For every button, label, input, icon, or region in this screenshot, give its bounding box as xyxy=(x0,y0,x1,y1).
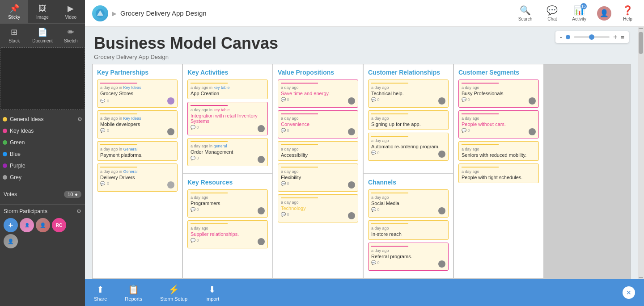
card-avatar xyxy=(167,97,174,105)
key-partnerships-cell: Key Partnerships a day ago in Key Ideas … xyxy=(93,64,182,278)
votes-section: Votes 10 ● xyxy=(0,187,85,204)
user-avatar[interactable]: 👤 xyxy=(597,6,611,21)
gear-icon[interactable]: ⚙ xyxy=(77,116,82,122)
zoom-control: - + ≡ xyxy=(555,31,629,43)
scroll-thumb[interactable] xyxy=(639,32,643,54)
storm-setup-button[interactable]: ⚡ Storm Setup xyxy=(160,284,187,302)
list-item: a day ago People with tight schedules. xyxy=(458,163,539,183)
key-ideas-dot xyxy=(3,129,7,133)
list-item: a day ago Save time and energy. 💬 0 xyxy=(278,80,358,108)
list-item: a day ago in general Order Management 💬 … xyxy=(187,138,268,166)
stack-tool[interactable]: ⊞ Stack xyxy=(0,24,28,47)
canvas-title: Business Model Canvas xyxy=(94,34,629,53)
zoom-slider[interactable] xyxy=(574,36,610,38)
card-avatar xyxy=(438,207,445,214)
participant-avatar-4: 👤 xyxy=(4,234,18,248)
activity-button[interactable]: 📊 15 Activity xyxy=(568,3,590,23)
reports-button[interactable]: 📋 Reports xyxy=(125,284,142,302)
card-avatar xyxy=(258,238,265,245)
sticky-tool[interactable]: 📌 Sticky xyxy=(0,0,28,23)
card-bar xyxy=(100,83,137,84)
votes-header: Votes 10 ● xyxy=(4,191,81,198)
chat-button[interactable]: 💬 Chat xyxy=(543,3,561,23)
bottom-bar: ⬆ Share 📋 Reports ⚡ Storm Setup ⬇ Import… xyxy=(85,279,644,306)
card-avatar xyxy=(258,207,265,214)
list-item: a day ago Automatic re-ordering program.… xyxy=(368,133,449,161)
search-button[interactable]: 🔍 Search xyxy=(515,3,536,23)
canvas-preview xyxy=(0,47,85,110)
list-item: a day ago Accessibility xyxy=(278,141,358,161)
help-button[interactable]: ❓ Help xyxy=(619,3,637,23)
list-item: a day ago Signing up for the app. xyxy=(368,110,449,130)
participants-gear-icon[interactable]: ⚙ xyxy=(76,208,81,214)
scroll-up-arrow[interactable] xyxy=(639,28,643,29)
storm-setup-icon: ⚡ xyxy=(168,284,179,295)
app-title: Grocery Delivery App Design xyxy=(120,9,207,17)
participant-avatar-2: 👤 xyxy=(36,218,50,232)
cost-structure-cell: Cost Structure xyxy=(93,279,272,279)
search-icon: 🔍 xyxy=(520,5,531,16)
participant-avatar-1: 👤 xyxy=(20,218,34,232)
card-avatar xyxy=(258,125,265,132)
votes-toggle[interactable]: 10 ● xyxy=(64,191,81,198)
reports-icon: 📋 xyxy=(128,284,139,295)
nav-right: 🔍 Search 💬 Chat 📊 15 Activity xyxy=(515,3,637,23)
scroll-down-arrow[interactable] xyxy=(639,277,643,278)
label-green[interactable]: Green xyxy=(0,138,85,147)
label-key-ideas[interactable]: Key Ideas xyxy=(0,126,85,136)
help-icon: ❓ xyxy=(622,5,633,16)
add-participant-button[interactable]: + xyxy=(4,218,18,232)
label-grey[interactable]: Grey xyxy=(0,172,85,182)
tool-row-1: 📌 Sticky 🖼 Image ▶ Video xyxy=(0,0,85,24)
channels-title: Channels xyxy=(368,179,449,186)
zoom-out-button[interactable]: - xyxy=(560,33,562,41)
share-icon: ⬆ xyxy=(97,284,104,295)
import-button[interactable]: ⬇ Import xyxy=(205,284,219,302)
top-nav: ▶ Grocery Delivery App Design 🔍 Search 💬… xyxy=(85,0,644,27)
key-resources-title: Key Resources xyxy=(187,179,268,186)
grey-dot xyxy=(3,175,7,180)
list-item: a day ago in key table Integration with … xyxy=(187,102,268,135)
stack-icon: ⊞ xyxy=(11,27,17,37)
card-avatar xyxy=(258,156,265,163)
list-item: a day ago Busy Professionals 💬 0 xyxy=(458,80,539,108)
label-purple[interactable]: Purple xyxy=(0,161,85,171)
zoom-in-button[interactable]: + xyxy=(613,33,617,41)
customer-relationships-cell: Customer Relationships a day ago Technic… xyxy=(364,64,453,173)
key-partnerships-title: Key Partnerships xyxy=(97,69,178,76)
list-item: a day ago Referral programs. 💬 0 xyxy=(368,243,449,271)
canvas-title-bar: Business Model Canvas Grocery Delivery A… xyxy=(85,27,638,64)
share-button[interactable]: ⬆ Share xyxy=(94,284,107,302)
zoom-indicator xyxy=(566,35,570,39)
canvas-area[interactable]: - + ≡ Business Model Canvas Grocery Deli… xyxy=(85,27,638,279)
list-item: a day ago Social Media 💬 0 xyxy=(368,189,449,218)
image-tool[interactable]: 🖼 Image xyxy=(28,0,56,23)
card-avatar xyxy=(348,212,355,219)
sketch-tool[interactable]: ✏ Sketch xyxy=(57,24,85,47)
breadcrumb: ▶ Grocery Delivery App Design xyxy=(92,5,207,21)
card-avatar xyxy=(348,128,355,135)
activity-badge: 15 xyxy=(580,3,587,9)
avatars-row: + 👤 👤 RC 👤 xyxy=(4,218,81,248)
bmc-grid: Key Partnerships a day ago in Key Ideas … xyxy=(92,64,631,279)
left-sidebar: 📌 Sticky 🖼 Image ▶ Video ⊞ Stack xyxy=(0,0,85,306)
list-item: a day ago In-store reach xyxy=(368,220,449,240)
label-list: General Ideas ⚙ Key Ideas Green xyxy=(0,114,85,182)
list-item: a day ago Technology 💬 0 xyxy=(278,194,358,222)
card-avatar xyxy=(438,260,445,268)
scrollbar-right[interactable] xyxy=(638,27,644,279)
label-blue[interactable]: Blue xyxy=(0,149,85,159)
document-tool[interactable]: 📄 Document xyxy=(28,24,56,47)
video-tool[interactable]: ▶ Video xyxy=(57,0,85,23)
value-propositions-cell: Value Propositions a day ago Save time a… xyxy=(273,64,363,278)
content-wrapper: ▶ Grocery Delivery App Design 🔍 Search 💬… xyxy=(85,0,644,306)
breadcrumb-separator: ▶ xyxy=(112,10,117,17)
label-general-ideas[interactable]: General Ideas ⚙ xyxy=(0,114,85,124)
list-item: a day ago Flexibility 💬 0 xyxy=(278,163,358,192)
zoom-list-button[interactable]: ≡ xyxy=(621,34,624,41)
key-activities-cell: Key Activities a day ago in key table Ap… xyxy=(183,64,272,173)
close-bottom-bar-button[interactable]: ✕ xyxy=(623,286,635,299)
general-ideas-dot xyxy=(3,117,7,122)
list-item: a day ago in Key Ideas Mobile developers… xyxy=(97,110,178,138)
list-item: a day ago People without cars. 💬 0 xyxy=(458,110,539,138)
